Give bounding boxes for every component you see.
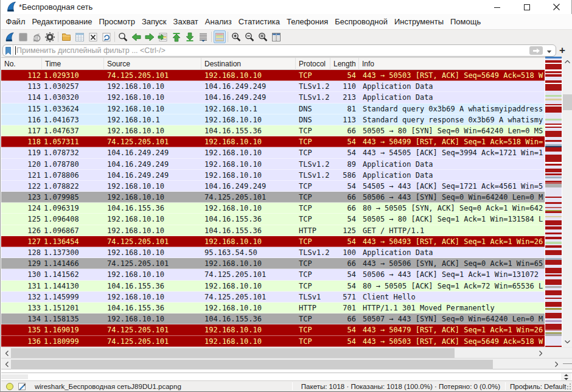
statusbar-separator xyxy=(505,382,506,390)
packet-row-125[interactable]: 1251.096408192.168.10.10104.16.155.36TCP… xyxy=(1,214,545,225)
pane-scroll-spinner[interactable] xyxy=(561,373,571,380)
zoom-out-button[interactable] xyxy=(243,30,256,43)
packet-row-114[interactable]: 1141.030320192.168.10.10104.16.249.249TL… xyxy=(1,92,545,103)
column-header-no[interactable]: No. xyxy=(1,58,42,70)
scroll-down-icon[interactable] xyxy=(562,337,572,347)
close-file-button[interactable] xyxy=(87,30,99,43)
packet-row-132[interactable]: 1321.145999192.168.10.1074.125.205.101TL… xyxy=(1,292,545,303)
display-filter-input[interactable]: Применить дисплейный фильтр ... <Ctrl-/> xyxy=(2,44,556,57)
wireshark-window: *Беспроводная сеть ФайлРедактированиеПро… xyxy=(0,0,572,392)
packet-row-133[interactable]: 1331.151201104.16.155.36192.168.10.10HTT… xyxy=(1,303,545,313)
menu-item-5[interactable]: Анализ xyxy=(201,15,235,28)
column-header-protocol[interactable]: Protocol xyxy=(296,58,330,70)
minimap-stripe xyxy=(545,268,562,273)
menu-item-2[interactable]: Просмотр xyxy=(96,15,138,28)
packet-cell-destination: 192.168.10.10 xyxy=(201,324,296,335)
capture-comment-icon[interactable] xyxy=(18,382,26,391)
resize-grip[interactable] xyxy=(564,383,571,390)
packet-row-121[interactable]: 1211.078806104.16.249.249192.168.10.10TL… xyxy=(1,170,545,181)
column-header-length[interactable]: Length xyxy=(330,58,359,70)
packet-row-117[interactable]: 1171.047637192.168.10.10104.16.155.36TCP… xyxy=(1,125,545,136)
packet-row-124[interactable]: 1241.096319104.16.155.36192.168.10.10TCP… xyxy=(1,203,545,214)
menu-item-1[interactable]: Редактирование xyxy=(29,15,96,28)
restart-capture-button[interactable] xyxy=(30,30,43,43)
packet-row-126[interactable]: 1261.096867192.168.10.10104.16.155.36HTT… xyxy=(1,225,545,236)
vertical-scrollbar[interactable] xyxy=(562,57,572,347)
packet-row-135[interactable]: 1351.16901974.125.205.101192.168.10.10TC… xyxy=(1,324,545,335)
packet-list-hscrollbar[interactable] xyxy=(1,347,572,358)
lower-hscroll-thumb[interactable] xyxy=(11,360,493,369)
column-header-time[interactable]: Time xyxy=(42,58,104,70)
save-file-button[interactable] xyxy=(74,30,86,43)
go-last-packet-button[interactable] xyxy=(184,30,196,43)
profile-label[interactable]: Профиль: Default xyxy=(510,383,566,390)
go-back-button[interactable] xyxy=(130,30,142,43)
hscroll-right-icon[interactable] xyxy=(536,348,545,359)
column-header-info[interactable]: Info xyxy=(359,58,545,70)
reload-file-button[interactable] xyxy=(100,30,113,43)
packet-cell-length: 89 xyxy=(330,159,359,169)
packet-minimap[interactable] xyxy=(545,57,562,347)
packet-cell-protocol: TCP xyxy=(296,203,330,213)
packet-cell-source: 104.16.249.249 xyxy=(104,170,201,180)
filter-bookmark-icon[interactable] xyxy=(4,45,13,56)
lower-hscroll-right-icon[interactable] xyxy=(552,359,560,369)
menu-item-7[interactable]: Телефония xyxy=(283,15,331,28)
column-header-source[interactable]: Source xyxy=(104,58,201,70)
zoom-in-button[interactable] xyxy=(230,30,242,43)
lower-hscrollbar[interactable] xyxy=(1,358,572,369)
resize-columns-button[interactable] xyxy=(270,30,282,43)
vertical-scroll-thumb[interactable] xyxy=(563,94,572,110)
go-to-packet-button[interactable] xyxy=(157,30,169,43)
start-capture-button[interactable] xyxy=(4,30,16,43)
column-header-destination[interactable]: Destination xyxy=(201,58,296,70)
menu-item-8[interactable]: Беспроводной xyxy=(332,15,391,28)
packet-row-115[interactable]: 1151.033624192.168.10.10192.168.10.1DNS8… xyxy=(1,103,545,114)
menu-item-10[interactable]: Помощь xyxy=(447,15,484,28)
packet-row-127[interactable]: 1271.13645474.125.205.101192.168.10.10TC… xyxy=(1,236,545,247)
close-button[interactable] xyxy=(542,0,571,14)
packet-row-122[interactable]: 1221.078822192.168.10.10104.16.249.249TC… xyxy=(1,181,545,192)
open-file-button[interactable] xyxy=(60,30,72,43)
stop-capture-button[interactable] xyxy=(17,30,29,43)
scroll-up-icon[interactable] xyxy=(562,57,572,67)
filter-add-button[interactable]: + xyxy=(557,44,568,57)
packet-row-131[interactable]: 1311.144130104.16.155.36192.168.10.10TCP… xyxy=(1,281,545,292)
packet-row-113[interactable]: 1131.030257192.168.10.10104.16.249.249TL… xyxy=(1,81,545,92)
menu-item-6[interactable]: Статистика xyxy=(235,15,283,28)
packet-row-120[interactable]: 1201.078780104.16.249.249192.168.10.10TL… xyxy=(1,159,545,170)
packet-row-112[interactable]: 1121.02931074.125.205.101192.168.10.10TC… xyxy=(1,70,545,81)
colorize-packets-button[interactable] xyxy=(214,30,226,43)
minimize-button[interactable] xyxy=(482,0,512,14)
find-packet-button[interactable] xyxy=(117,30,129,43)
filter-dropdown-icon[interactable] xyxy=(546,45,552,56)
go-forward-button[interactable] xyxy=(144,30,156,43)
packet-row-134[interactable]: 1341.158135192.168.10.10104.16.155.36TCP… xyxy=(1,313,545,324)
packet-row-118[interactable]: 1181.05731174.125.205.101192.168.10.10TC… xyxy=(1,136,545,147)
packet-row-116[interactable]: 1161.041673192.168.10.1192.168.10.10DNS1… xyxy=(1,114,545,125)
zoom-reset-icon xyxy=(257,32,268,43)
menu-item-9[interactable]: Инструменты xyxy=(391,15,447,28)
packet-row-119[interactable]: 1191.078732104.16.249.249192.168.10.10TC… xyxy=(1,147,545,158)
pane-splitter-handle[interactable] xyxy=(563,363,572,364)
expert-info-icon[interactable] xyxy=(6,383,13,390)
filter-apply-button[interactable] xyxy=(529,46,543,55)
capture-options-button[interactable] xyxy=(44,30,56,43)
minimap-stripe xyxy=(545,147,562,152)
menu-item-3[interactable]: Запуск xyxy=(138,15,170,28)
packet-row-130[interactable]: 1301.141562192.168.10.1074.125.205.101TC… xyxy=(1,269,545,280)
packet-row-128[interactable]: 1281.137300192.168.10.1095.163.54.50TLSv… xyxy=(1,247,545,258)
auto-scroll-button[interactable] xyxy=(197,30,209,43)
maximize-button[interactable] xyxy=(512,0,542,14)
menu-item-0[interactable]: Файл xyxy=(2,15,29,28)
lower-hscroll-left-icon[interactable] xyxy=(2,359,11,369)
hscroll-left-icon[interactable] xyxy=(2,348,11,359)
packet-row-129[interactable]: 1291.14146674.125.205.101192.168.10.10TC… xyxy=(1,258,545,269)
packet-row-123[interactable]: 1231.079985192.168.10.1074.125.205.101TC… xyxy=(1,192,545,203)
packet-row-136[interactable]: 1361.18099974.125.205.101192.168.10.10TC… xyxy=(1,336,545,347)
zoom-100-button[interactable] xyxy=(257,30,269,43)
hscroll-thumb[interactable] xyxy=(11,348,455,358)
packet-cell-destination: 192.168.10.10 xyxy=(201,258,296,268)
go-first-packet-button[interactable] xyxy=(170,30,183,43)
menu-item-4[interactable]: Захват xyxy=(170,15,201,28)
